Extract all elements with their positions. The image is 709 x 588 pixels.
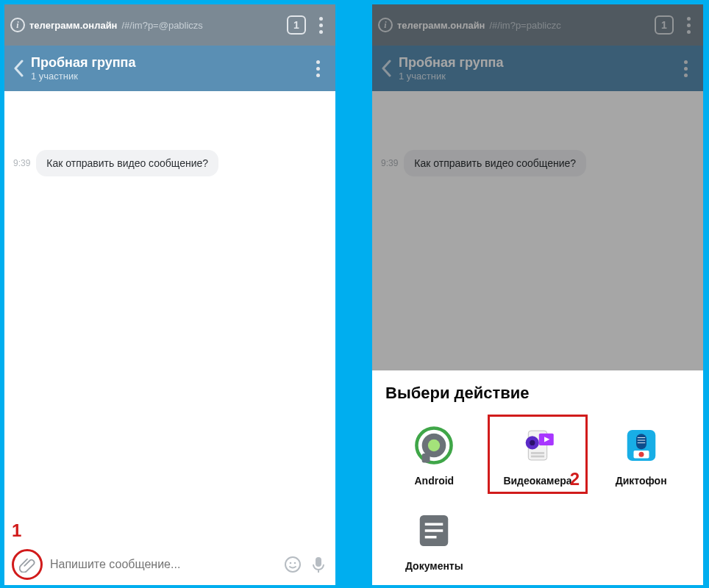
svg-rect-24 bbox=[425, 523, 443, 526]
svg-rect-15 bbox=[531, 456, 544, 458]
url-bar[interactable]: i телеграмм.онлайн/#/im?p=pabliczc bbox=[378, 18, 649, 32]
svg-point-22 bbox=[638, 452, 644, 457]
dictaphone-icon bbox=[618, 422, 665, 469]
action-label: Видеокамера bbox=[503, 475, 571, 487]
svg-point-1 bbox=[290, 562, 292, 564]
android-system-icon bbox=[410, 422, 457, 469]
chat-title-block[interactable]: Пробная группа 1 участник bbox=[31, 55, 302, 82]
chat-header: Пробная группа 1 участник bbox=[372, 46, 703, 91]
message-time: 9:39 bbox=[381, 158, 398, 168]
phone-screenshot-left: i телеграмм.онлайн/#/im?p=@pabliczs 1 Пр… bbox=[4, 4, 335, 585]
chat-menu-button[interactable] bbox=[309, 60, 327, 77]
svg-rect-17 bbox=[636, 434, 646, 449]
url-domain: телеграмм.онлайн bbox=[29, 20, 117, 31]
browser-menu-button[interactable] bbox=[312, 16, 329, 34]
action-label: Документы bbox=[405, 560, 463, 572]
svg-point-2 bbox=[294, 562, 296, 564]
chat-menu-button[interactable] bbox=[677, 60, 694, 77]
video-camera-icon bbox=[514, 422, 561, 469]
annotation-1: 1 bbox=[12, 520, 21, 541]
back-button[interactable] bbox=[381, 60, 391, 77]
chat-subtitle: 1 участник bbox=[31, 71, 302, 82]
chat-header: Пробная группа 1 участник bbox=[4, 46, 335, 91]
sheet-title: Выбери действие bbox=[385, 384, 690, 403]
chat-body[interactable]: 9:39 Как отправить видео сообщение? bbox=[4, 91, 335, 544]
svg-rect-14 bbox=[531, 452, 544, 454]
url-domain: телеграмм.онлайн bbox=[397, 20, 485, 31]
documents-icon bbox=[410, 507, 457, 554]
svg-point-11 bbox=[530, 440, 535, 445]
emoji-button[interactable] bbox=[284, 556, 302, 573]
attach-button[interactable] bbox=[13, 551, 41, 578]
phone-screenshot-right: i телеграмм.онлайн/#/im?p=pabliczc 1 Про… bbox=[372, 4, 703, 585]
tab-count: 1 bbox=[293, 19, 299, 31]
message-input-bar bbox=[4, 544, 335, 585]
chat-title-block[interactable]: Пробная группа 1 участник bbox=[399, 55, 669, 82]
action-label: Диктофон bbox=[616, 475, 667, 487]
url-path: /#/im?p=@pabliczs bbox=[121, 20, 202, 31]
browser-tabs-button[interactable]: 1 bbox=[655, 15, 674, 35]
microphone-button[interactable] bbox=[310, 556, 327, 573]
message-time: 9:39 bbox=[13, 158, 30, 168]
info-icon: i bbox=[10, 18, 25, 32]
annotation-circle-1 bbox=[12, 549, 43, 580]
chat-subtitle: 1 участник bbox=[399, 71, 669, 82]
chat-title: Пробная группа bbox=[31, 55, 302, 71]
message-bubble: Как отправить видео сообщение? bbox=[404, 150, 586, 176]
svg-point-0 bbox=[285, 557, 300, 572]
action-sheet: Выбери действие Android bbox=[372, 370, 703, 585]
info-icon: i bbox=[378, 18, 393, 32]
tab-count: 1 bbox=[661, 19, 667, 31]
back-button[interactable] bbox=[13, 60, 24, 77]
action-android[interactable]: Android bbox=[385, 416, 483, 492]
chat-title: Пробная группа bbox=[399, 55, 669, 71]
svg-rect-26 bbox=[425, 536, 437, 539]
url-bar[interactable]: i телеграмм.онлайн/#/im?p=@pabliczs bbox=[10, 18, 281, 32]
message-bubble: Как отправить видео сообщение? bbox=[36, 150, 218, 176]
message-row: 9:39 Как отправить видео сообщение? bbox=[381, 150, 694, 176]
annotation-2: 2 bbox=[570, 469, 580, 490]
action-dictaphone[interactable]: Диктофон bbox=[592, 416, 690, 492]
browser-bar: i телеграмм.онлайн/#/im?p=pabliczc 1 bbox=[372, 4, 703, 46]
svg-point-7 bbox=[428, 440, 440, 451]
svg-rect-25 bbox=[425, 529, 443, 532]
action-label: Android bbox=[415, 475, 455, 487]
message-row: 9:39 Как отправить видео сообщение? bbox=[13, 150, 327, 176]
browser-tabs-button[interactable]: 1 bbox=[287, 15, 306, 35]
browser-menu-button[interactable] bbox=[680, 16, 697, 34]
browser-bar: i телеграмм.онлайн/#/im?p=@pabliczs 1 bbox=[4, 4, 335, 46]
url-path: /#/im?p=pabliczc bbox=[489, 20, 560, 31]
svg-rect-3 bbox=[316, 557, 321, 567]
svg-rect-8 bbox=[422, 453, 430, 463]
action-documents[interactable]: Документы bbox=[385, 501, 483, 578]
message-input[interactable] bbox=[50, 558, 275, 571]
